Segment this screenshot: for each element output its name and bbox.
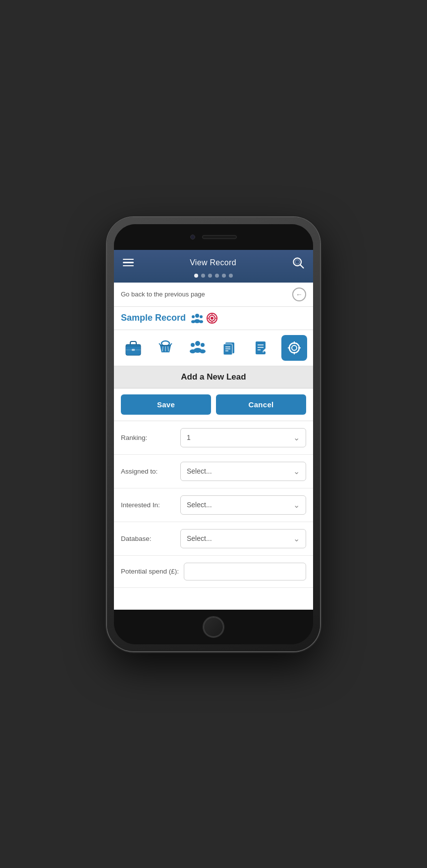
action-buttons: Save Cancel <box>114 388 313 421</box>
assigned-to-label: Assigned to: <box>121 468 175 475</box>
page-dots <box>114 274 313 283</box>
back-bar: Go back to the previous page ← <box>114 283 313 307</box>
interested-in-placeholder: Select... <box>187 501 212 509</box>
basket-button[interactable] <box>153 335 178 361</box>
potential-spend-input[interactable] <box>184 563 306 580</box>
database-row: Database: Select... ⌄ <box>114 522 313 556</box>
header-title: View Record <box>190 258 236 267</box>
svg-point-4 <box>192 315 195 318</box>
svg-line-1 <box>300 265 303 268</box>
cancel-button[interactable]: Cancel <box>216 394 306 415</box>
dot-4 <box>215 274 219 278</box>
svg-point-26 <box>195 341 200 346</box>
svg-point-28 <box>201 343 205 347</box>
database-control: Select... ⌄ <box>180 529 306 548</box>
bottom-bezel <box>114 610 313 644</box>
ranking-arrow-icon: ⌄ <box>293 433 300 442</box>
save-button[interactable]: Save <box>121 394 211 415</box>
group-icon <box>191 313 204 324</box>
svg-point-3 <box>195 314 199 318</box>
target-icon <box>207 313 217 324</box>
record-name: Sample Record <box>121 313 186 323</box>
svg-point-7 <box>191 320 195 323</box>
assigned-to-row: Assigned to: Select... ⌄ <box>114 455 313 488</box>
svg-point-30 <box>190 349 196 353</box>
assigned-to-placeholder: Select... <box>187 467 212 475</box>
assigned-to-arrow-icon: ⌄ <box>293 467 300 476</box>
ranking-value: 1 <box>187 434 191 441</box>
interested-in-row: Interested In: Select... ⌄ <box>114 488 313 522</box>
svg-point-11 <box>211 317 214 320</box>
briefcase-button[interactable] <box>120 335 146 361</box>
potential-spend-row: Potential spend (£): <box>114 556 313 588</box>
svg-point-31 <box>200 349 206 353</box>
edit-doc-button[interactable] <box>249 335 275 361</box>
hamburger-button[interactable] <box>121 257 136 269</box>
ranking-row: Ranking: 1 ⌄ <box>114 421 313 455</box>
interested-in-arrow-icon: ⌄ <box>293 500 300 510</box>
interested-in-select[interactable]: Select... ⌄ <box>180 495 306 515</box>
documents-button[interactable] <box>217 335 243 361</box>
svg-point-2 <box>295 259 300 264</box>
assigned-to-select[interactable]: Select... ⌄ <box>180 462 306 481</box>
screen: View Record <box>114 250 313 610</box>
ranking-label: Ranking: <box>121 434 175 441</box>
svg-line-25 <box>168 346 168 351</box>
svg-rect-33 <box>223 344 232 355</box>
svg-point-43 <box>292 345 297 350</box>
svg-rect-18 <box>126 344 141 347</box>
crosshair-button[interactable] <box>281 335 307 361</box>
dot-2 <box>201 274 205 278</box>
header-top: View Record <box>114 250 313 274</box>
record-icons <box>191 313 217 324</box>
camera <box>190 235 195 240</box>
back-text: Go back to the previous page <box>121 290 205 298</box>
interested-in-control: Select... ⌄ <box>180 495 306 515</box>
record-bar: Sample Record <box>114 307 313 330</box>
dot-6 <box>229 274 233 278</box>
phone-inner: View Record <box>114 224 313 644</box>
ranking-control: 1 ⌄ <box>180 428 306 447</box>
speaker <box>202 235 237 239</box>
svg-line-41 <box>263 350 264 352</box>
dot-1 <box>194 274 198 278</box>
database-arrow-icon: ⌄ <box>293 534 300 543</box>
svg-line-23 <box>162 346 163 351</box>
svg-point-8 <box>199 320 203 323</box>
database-placeholder: Select... <box>187 534 212 542</box>
home-button[interactable] <box>203 616 224 638</box>
svg-point-5 <box>200 315 203 318</box>
svg-point-42 <box>289 343 299 353</box>
phone-frame: View Record <box>107 217 320 651</box>
database-select[interactable]: Select... ⌄ <box>180 529 306 548</box>
ranking-select[interactable]: 1 ⌄ <box>180 428 306 447</box>
assigned-to-control: Select... ⌄ <box>180 462 306 481</box>
database-label: Database: <box>121 535 175 542</box>
form-title-bar: Add a New Lead <box>114 366 313 388</box>
app-header: View Record <box>114 250 313 283</box>
form-content: Ranking: 1 ⌄ Assigned to: Select... <box>114 421 313 610</box>
search-button[interactable] <box>290 255 306 271</box>
svg-rect-37 <box>256 341 266 354</box>
svg-point-6 <box>194 319 200 323</box>
potential-spend-label: Potential spend (£): <box>121 568 179 575</box>
action-bar <box>114 330 313 366</box>
form-title: Add a New Lead <box>181 372 246 382</box>
people-button[interactable] <box>185 335 211 361</box>
dot-5 <box>222 274 226 278</box>
potential-spend-control <box>184 563 306 580</box>
back-arrow-button[interactable]: ← <box>292 288 306 301</box>
dot-3 <box>208 274 212 278</box>
svg-point-27 <box>191 343 195 347</box>
interested-in-label: Interested In: <box>121 501 175 509</box>
top-bezel <box>114 224 313 250</box>
